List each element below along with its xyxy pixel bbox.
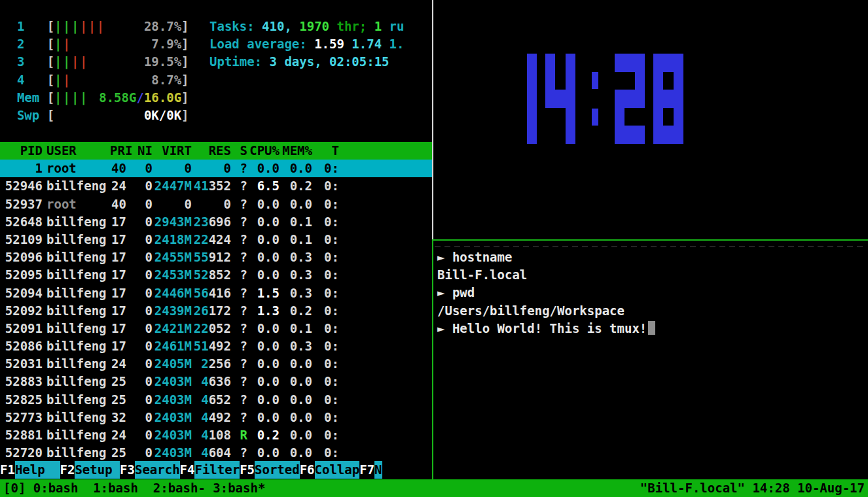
process-row-52773[interactable]: 52773billfeng3202403M4492?0.00.00:: [0, 409, 432, 426]
process-table: PIDUSERPRINIVIRTRESSCPU%MEM%T1root40000?…: [0, 142, 432, 462]
cpu-memory-meters: 1 [||||||28.7%] 2 [||7.9%] 3 [||||19.5%]…: [2, 18, 189, 124]
digital-clock: [507, 54, 692, 144]
htop-pane[interactable]: 1 [||||||28.7%] 2 [||7.9%] 3 [||||19.5%]…: [0, 0, 432, 479]
shell-output-line: Bill-F.local: [437, 266, 655, 284]
fkey-label-f5[interactable]: Sorted: [255, 461, 300, 479]
clock-colon: [584, 54, 606, 144]
shell-output-line: /Users/billfeng/Workspace: [437, 302, 655, 320]
process-row-52881[interactable]: 52881billfeng2402403M4108R0.20.00:: [0, 426, 432, 444]
fkey-label-f6[interactable]: Collap: [315, 461, 360, 479]
clock-digit-2: [615, 54, 645, 144]
process-row-52091[interactable]: 52091billfeng1702421M22052?0.00.10:: [0, 320, 432, 337]
tmux-screen: 1 [||||||28.7%] 2 [||7.9%] 3 [||||19.5%]…: [0, 0, 868, 497]
function-key-bar: F1Help F2Setup F3SearchF4FilterF5SortedF…: [0, 461, 432, 479]
fkey-f1[interactable]: F1: [0, 461, 15, 479]
window-list[interactable]: [0] 0:bash 1:bash 2:bash- 3:bash*: [3, 479, 265, 497]
fkey-f4[interactable]: F4: [180, 461, 195, 479]
meter-1: 1 [||||||28.7%]: [2, 18, 189, 35]
fkey-f2[interactable]: F2: [60, 461, 75, 479]
process-row-52094[interactable]: 52094billfeng1702446M56416?1.50.30:: [0, 284, 432, 302]
process-row-52095[interactable]: 52095billfeng1702453M52852?0.00.30:: [0, 266, 432, 284]
status-host-time: "Bill-F.local" 14:28 10-Aug-17: [640, 479, 865, 497]
clock-digit-4: [545, 54, 575, 144]
fkey-label-f4[interactable]: Filter: [194, 461, 240, 479]
fkey-f3[interactable]: F3: [120, 461, 135, 479]
shell-command-line: ► hostname: [437, 248, 655, 266]
fkey-label-f2[interactable]: Setup: [75, 461, 120, 479]
meter-3: 3 [||||19.5%]: [2, 53, 189, 71]
process-row-52825[interactable]: 52825billfeng2502403M4652?0.00.00:: [0, 391, 432, 409]
text-cursor[interactable]: [648, 321, 655, 335]
tasks-summary: Tasks: 410, 1970 thr; 1 ruLoad average: …: [209, 18, 431, 71]
process-row-52937[interactable]: 52937root40000?0.00.00:: [0, 196, 432, 213]
fkey-f7[interactable]: F7: [359, 461, 374, 479]
process-row-52092[interactable]: 52092billfeng1702439M26172?1.30.20:: [0, 302, 432, 320]
shell-command-line: ► pwd: [437, 284, 655, 301]
clock-pane[interactable]: [433, 0, 868, 239]
terminal-output: ► hostnameBill-F.local► pwd/Users/billfe…: [437, 248, 655, 337]
process-row-52648[interactable]: 52648billfeng1702943M23696?0.00.10:: [0, 213, 432, 231]
meter-mem: Mem [||||8.58G/16.0G]: [2, 89, 189, 107]
process-row-52720[interactable]: 52720billfeng2502403M4604?0.00.00:: [0, 444, 432, 462]
process-row-52946[interactable]: 52946billfeng2402447M41352?6.50.20:: [0, 177, 432, 195]
meter-4: 4 [||8.7%]: [2, 71, 189, 89]
summary-line-2: Uptime: 3 days, 02:05:15: [209, 53, 431, 71]
process-row-52096[interactable]: 52096billfeng1702455M55912?0.00.30:: [0, 248, 432, 266]
fkey-label-f3[interactable]: Search: [135, 461, 180, 479]
fkey-f6[interactable]: F6: [300, 461, 315, 479]
process-row-52031[interactable]: 52031billfeng2402405M2256?0.00.00:: [0, 355, 432, 373]
clock-digit-8: [653, 54, 683, 144]
separator-dots: [435, 246, 867, 247]
summary-line-0: Tasks: 410, 1970 thr; 1 ru: [209, 18, 431, 35]
process-row-52109[interactable]: 52109billfeng1702418M22424?0.00.10:: [0, 231, 432, 248]
clock-digit-1: [507, 54, 537, 144]
process-row-52086[interactable]: 52086billfeng1702461M51492?0.00.30:: [0, 337, 432, 355]
meter-swp: Swp [0K/0K]: [2, 107, 189, 124]
process-row-1[interactable]: 1root40000?0.00.00:: [0, 160, 432, 177]
fkey-label-f7[interactable]: N: [374, 461, 382, 479]
shell-command-line: ► Hello World! This is tmux!: [437, 320, 655, 337]
summary-line-1: Load average: 1.59 1.74 1.: [209, 35, 431, 53]
tmux-status-bar: [0] 0:bash 1:bash 2:bash- 3:bash* "Bill-…: [0, 479, 868, 497]
fkey-f5[interactable]: F5: [240, 461, 255, 479]
process-table-header[interactable]: PIDUSERPRINIVIRTRESSCPU%MEM%T: [0, 142, 432, 160]
meter-2: 2 [||7.9%]: [2, 35, 189, 53]
process-row-52883[interactable]: 52883billfeng2502403M4636?0.00.00:: [0, 373, 432, 390]
fkey-label-f1[interactable]: Help: [15, 461, 60, 479]
shell-pane[interactable]: ► hostnameBill-F.local► pwd/Users/billfe…: [433, 241, 868, 479]
